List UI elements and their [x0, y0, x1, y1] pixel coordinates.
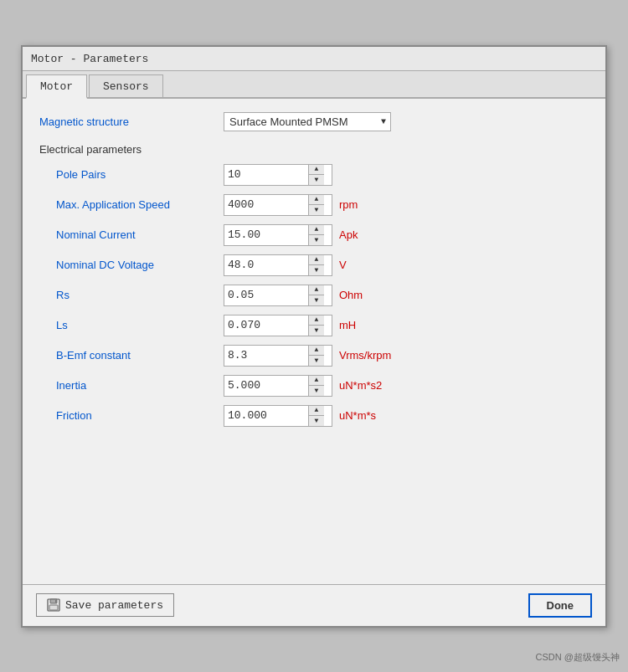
rs-spin-buttons: ▲ ▼ — [308, 285, 324, 305]
friction-unit: uN*m*s — [339, 409, 406, 422]
bemf-label: B-Emf constant — [56, 349, 224, 362]
inertia-unit: uN*m*s2 — [339, 379, 406, 392]
nominal-current-spinbox: 15.00 ▲ ▼ — [224, 224, 332, 246]
pole-pairs-decrement[interactable]: ▼ — [309, 175, 324, 185]
ls-label: Ls — [56, 319, 224, 331]
pole-pairs-input[interactable]: 10 — [224, 165, 308, 185]
nominal-current-spin-buttons: ▲ ▼ — [308, 225, 324, 245]
param-row-nominal-voltage: Nominal DC Voltage 48.0 ▲ ▼ V — [39, 254, 589, 276]
save-icon — [47, 598, 60, 612]
magnetic-structure-select-wrapper: Surface Mounted PMSM Interior PMSM BLDC … — [224, 112, 391, 131]
friction-input[interactable]: 10.000 — [224, 406, 308, 426]
ls-input[interactable]: 0.070 — [224, 315, 308, 336]
max-speed-increment[interactable]: ▲ — [309, 195, 324, 205]
electrical-params-label: Electrical parameters — [39, 143, 589, 156]
bemf-spin-buttons: ▲ ▼ — [308, 346, 324, 366]
nominal-voltage-unit: V — [339, 259, 406, 271]
inertia-spin-buttons: ▲ ▼ — [308, 376, 324, 396]
inertia-spinbox: 5.000 ▲ ▼ — [224, 375, 332, 397]
param-row-pole-pairs: Pole Pairs 10 ▲ ▼ — [39, 164, 589, 186]
magnetic-structure-row: Magnetic structure Surface Mounted PMSM … — [39, 112, 589, 131]
tab-motor[interactable]: Motor — [26, 74, 87, 99]
magnetic-structure-select[interactable]: Surface Mounted PMSM Interior PMSM BLDC — [224, 112, 391, 131]
param-row-bemf: B-Emf constant 8.3 ▲ ▼ Vrms/krpm — [39, 345, 589, 367]
inertia-label: Inertia — [56, 379, 224, 392]
friction-spinbox: 10.000 ▲ ▼ — [224, 405, 332, 427]
bemf-unit: Vrms/krpm — [339, 349, 406, 362]
nominal-voltage-label: Nominal DC Voltage — [56, 259, 224, 271]
max-speed-input[interactable]: 4000 — [224, 195, 308, 215]
max-speed-spin-buttons: ▲ ▼ — [308, 195, 324, 215]
rs-increment[interactable]: ▲ — [309, 285, 324, 295]
rs-input[interactable]: 0.05 — [224, 285, 308, 305]
nominal-voltage-spinbox: 48.0 ▲ ▼ — [224, 254, 332, 276]
pole-pairs-spin-buttons: ▲ ▼ — [308, 165, 324, 185]
max-speed-decrement[interactable]: ▼ — [309, 205, 324, 215]
title-bar: Motor - Parameters — [23, 47, 605, 71]
nominal-voltage-spin-buttons: ▲ ▼ — [308, 255, 324, 275]
bemf-decrement[interactable]: ▼ — [309, 356, 324, 366]
param-row-nominal-current: Nominal Current 15.00 ▲ ▼ Apk — [39, 224, 589, 246]
tab-sensors[interactable]: Sensors — [89, 74, 163, 97]
rs-label: Rs — [56, 289, 224, 301]
rs-decrement[interactable]: ▼ — [309, 295, 324, 305]
param-row-inertia: Inertia 5.000 ▲ ▼ uN*m*s2 — [39, 375, 589, 397]
max-speed-spinbox: 4000 ▲ ▼ — [224, 194, 332, 216]
max-speed-unit: rpm — [339, 198, 406, 211]
nominal-voltage-decrement[interactable]: ▼ — [309, 265, 324, 275]
ls-increment[interactable]: ▲ — [309, 315, 324, 326]
ls-unit: mH — [339, 319, 406, 331]
tab-bar: Motor Sensors — [23, 71, 605, 99]
nominal-current-increment[interactable]: ▲ — [309, 225, 324, 235]
footer: Save parameters Done — [23, 584, 605, 626]
max-speed-label: Max. Application Speed — [56, 198, 224, 211]
inertia-increment[interactable]: ▲ — [309, 376, 324, 386]
watermark: CSDN @超级馒头神 — [536, 651, 620, 664]
param-row-rs: Rs 0.05 ▲ ▼ Ohm — [39, 285, 589, 306]
param-row-max-speed: Max. Application Speed 4000 ▲ ▼ rpm — [39, 194, 589, 216]
nominal-voltage-input[interactable]: 48.0 — [224, 255, 308, 275]
nominal-voltage-increment[interactable]: ▲ — [309, 255, 324, 265]
save-parameters-label: Save parameters — [65, 599, 163, 612]
save-parameters-button[interactable]: Save parameters — [36, 593, 174, 617]
window-title: Motor - Parameters — [31, 53, 148, 65]
svg-rect-3 — [55, 600, 57, 603]
friction-label: Friction — [56, 409, 224, 422]
friction-decrement[interactable]: ▼ — [309, 416, 324, 426]
ls-decrement[interactable]: ▼ — [309, 326, 324, 336]
param-row-ls: Ls 0.070 ▲ ▼ mH — [39, 315, 589, 336]
bemf-spinbox: 8.3 ▲ ▼ — [224, 345, 332, 367]
magnetic-structure-label: Magnetic structure — [39, 115, 224, 128]
ls-spin-buttons: ▲ ▼ — [308, 315, 324, 336]
ls-spinbox: 0.070 ▲ ▼ — [224, 315, 332, 336]
main-window: Motor - Parameters Motor Sensors Magneti… — [21, 45, 607, 628]
nominal-current-input[interactable]: 15.00 — [224, 225, 308, 245]
bemf-input[interactable]: 8.3 — [224, 346, 308, 366]
friction-spin-buttons: ▲ ▼ — [308, 406, 324, 426]
nominal-current-label: Nominal Current — [56, 228, 224, 241]
svg-rect-2 — [49, 605, 58, 610]
inertia-input[interactable]: 5.000 — [224, 376, 308, 396]
bemf-increment[interactable]: ▲ — [309, 346, 324, 356]
pole-pairs-label: Pole Pairs — [56, 168, 224, 181]
tab-content: Magnetic structure Surface Mounted PMSM … — [23, 99, 605, 584]
rs-unit: Ohm — [339, 289, 406, 301]
pole-pairs-increment[interactable]: ▲ — [309, 165, 324, 175]
inertia-decrement[interactable]: ▼ — [309, 386, 324, 396]
nominal-current-unit: Apk — [339, 228, 406, 241]
rs-spinbox: 0.05 ▲ ▼ — [224, 285, 332, 306]
done-button[interactable]: Done — [528, 593, 593, 618]
pole-pairs-spinbox: 10 ▲ ▼ — [224, 164, 332, 186]
param-row-friction: Friction 10.000 ▲ ▼ uN*m*s — [39, 405, 589, 427]
nominal-current-decrement[interactable]: ▼ — [309, 235, 324, 245]
friction-increment[interactable]: ▲ — [309, 406, 324, 416]
